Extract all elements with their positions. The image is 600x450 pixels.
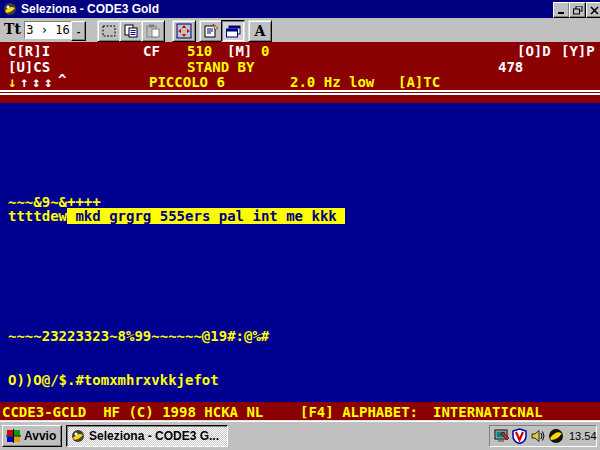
task-app-icon [71,429,85,443]
antivirus-shield-icon[interactable] [512,428,528,444]
status-m-value: 0 [261,44,269,59]
status-ucs: [U]CS [8,60,50,75]
arrow-down-icon: ↓ [8,75,16,90]
program-status-bar: CCDE3-GCLD HF (C) 1998 HCKA NL [F4] ALPH… [0,402,600,420]
status-m: [M] [227,44,252,59]
system-tray: 13.54 [489,425,597,447]
cascade-windows-icon [226,25,241,38]
copy-button[interactable] [119,20,143,42]
start-button-label: Avvio [24,429,56,443]
minimize-icon [557,6,566,15]
terminal-line-2-prefix: ttttdew [8,208,67,224]
status-cf: CF [143,44,160,59]
task-button-label: Seleziona - CODE3 G... [89,429,219,443]
taskbar-clock[interactable]: 13.54 [569,430,597,442]
decoder-status-panel: C[R]I CF 510 [M] 0 [O]D [Y]P [U]CS STAND… [0,42,600,103]
desktop: Seleziona - CODE3 Gold Tt 3 › 16 - [0,0,600,450]
center-tune-button[interactable] [172,20,196,42]
window-title: Seleziona - CODE3 Gold [21,2,159,16]
terminal-line-3: ~~~~23223323~8%99~~~~~~@19#:@%# [8,329,269,344]
copy-icon [124,24,138,38]
restore-button[interactable] [569,2,586,18]
paste-button[interactable] [141,20,165,42]
start-button[interactable]: Avvio [2,425,62,447]
restore-icon [573,6,583,15]
status-shift: 2.0 Hz low [290,75,374,90]
properties-button[interactable] [199,20,223,42]
status-mode: PICCOLO 6 [149,75,225,90]
status-od: [O]D [517,44,551,59]
separator-line [0,93,600,95]
arrow-updown2-icon: ↕ [44,75,52,90]
caret-marker: ^ [58,72,66,88]
display-settings-icon[interactable] [494,428,510,444]
status-478: 478 [498,60,523,75]
separator-line [0,90,600,92]
task-button-seleziona[interactable]: Seleziona - CODE3 G... [66,425,228,447]
font-range-spinner[interactable]: - [71,21,86,41]
program-id: CCDE3-GCLD HF (C) 1998 HCKA NL [2,404,263,420]
status-cf-value: 510 [187,44,212,59]
arrow-up-icon: ↑ [20,75,28,90]
tune-arrows-icon [176,23,192,39]
minimize-button[interactable] [553,2,570,18]
properties-icon [204,24,219,38]
title-bar[interactable]: Seleziona - CODE3 Gold [0,0,600,18]
app-icon [3,2,17,16]
status-cri: C[R]I [8,44,50,59]
selected-text-highlight[interactable]: mkd grgrg 555ers pal int me kkk [67,208,345,224]
close-button[interactable] [586,2,600,18]
font-letter: A [255,23,266,39]
toolbar: Tt 3 › 16 - A [0,18,600,43]
status-standby: STAND BY [187,60,254,75]
marquee-icon [102,25,116,37]
status-atc: [A]TC [398,75,440,90]
alphabet-hotkey: [F4] ALPHABET: [300,404,418,420]
paste-icon [146,24,160,38]
volume-icon[interactable] [530,428,546,444]
cascade-windows-button[interactable] [221,20,245,42]
arrow-updown-icon: ↕ [32,75,40,90]
windows-logo-icon [6,429,21,443]
app-tray-icon[interactable] [548,428,564,444]
font-range-field[interactable]: 3 › 16 [24,21,72,39]
status-row-3: ↓ ↑ ↕ ↕ ^ PICCOLO 6 2.0 Hz low [A]TC [0,75,600,90]
terminal-line-2: ttttdew mkd grgrg 555ers pal int me kkk [8,209,345,224]
status-row-1: C[R]I CF 510 [M] 0 [O]D [Y]P [0,44,600,59]
status-yp: [Y]P [561,44,595,59]
windows-taskbar: Avvio Seleziona - CODE3 G... 13.54 [0,420,600,450]
decoder-output-screen[interactable]: ~~~&9~&++++ ttttdew mkd grgrg 555ers pal… [0,103,600,402]
marquee-select-button[interactable] [97,20,121,42]
status-row-2: [U]CS STAND BY 478 [0,60,600,75]
alphabet-value: INTERNATICNAL [433,404,543,420]
terminal-line-4: O))O@/$.#tomxmhrxvkkjefot [8,373,219,388]
font-select-button[interactable]: A [248,20,272,42]
font-size-icon: Tt [4,21,21,37]
close-icon [590,6,599,15]
